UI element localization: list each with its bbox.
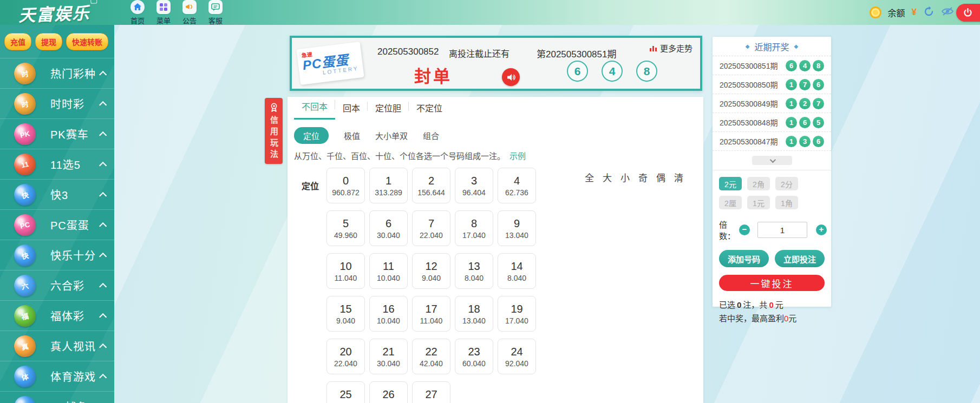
hide-balance-eye-icon[interactable] (941, 6, 954, 18)
money-unit-chip[interactable]: 1元 (747, 196, 770, 209)
money-unit-chip[interactable]: 2元 (719, 177, 742, 190)
refresh-balance-icon[interactable] (923, 6, 935, 19)
sidebar-menu-item[interactable]: 真 真人视讯 (0, 331, 114, 361)
number-cell[interactable]: 16 10.040 (369, 296, 408, 332)
expand-draws-button[interactable] (752, 156, 792, 165)
sidebar-menu-item[interactable]: PK PK赛车 (0, 118, 114, 149)
draw-balls: 1 3 6 (786, 136, 824, 147)
number-cell[interactable]: 26 (369, 381, 408, 403)
sidebar-action-button[interactable]: 快速转账 (66, 33, 108, 50)
number-cell[interactable]: 12 9.040 (412, 253, 450, 289)
number-cell[interactable]: 13 8.040 (455, 253, 493, 289)
number-cell[interactable]: 2 156.644 (412, 168, 450, 203)
number-cell[interactable]: 18 13.040 (455, 296, 493, 332)
money-unit-chip[interactable]: 2厘 (719, 196, 742, 209)
play-mode-tab[interactable]: 不回本 (294, 100, 335, 120)
play-mode-tab[interactable]: 回本 (335, 101, 368, 120)
nav-support[interactable]: 客服 (204, 0, 227, 25)
multiplier-plus-button[interactable]: + (816, 224, 827, 235)
play-mode-tab[interactable]: 不定位 (409, 101, 450, 120)
number-cell[interactable]: 25 (326, 381, 365, 403)
number-cell[interactable]: 10 11.040 (326, 253, 365, 289)
number-cell[interactable]: 24 92.040 (498, 339, 536, 374)
number-cell[interactable]: 9 13.040 (498, 210, 536, 246)
bet-now-button[interactable]: 立即投注 (775, 250, 825, 267)
number-odds: 22.040 (334, 360, 357, 367)
number-value: 20 (339, 346, 351, 357)
betting-panel: 不回本 回本 定位胆 不定位 定位 极值 大小单双 组合 从万位、千位、百位、十… (288, 97, 703, 403)
number-cell[interactable]: 1 313.289 (369, 168, 408, 203)
chevron-up-icon (99, 283, 107, 290)
play-type-subtab[interactable]: 组合 (423, 127, 439, 144)
sidebar-menu-item[interactable]: 2D 2D捕鱼 (0, 391, 114, 403)
nav-announcement[interactable]: 公告 (178, 0, 201, 25)
number-cell[interactable]: 11 10.040 (369, 253, 408, 289)
quick-select-item[interactable]: 大 (603, 170, 612, 184)
more-trends-link[interactable]: 更多走势 (649, 42, 692, 54)
number-cell[interactable]: 21 30.040 (369, 339, 408, 374)
selected-count: 0 (737, 300, 741, 309)
sidebar-menu-item[interactable]: 快 快3 (0, 179, 114, 209)
example-link[interactable]: 示例 (509, 151, 526, 161)
quick-select-item[interactable]: 小 (620, 170, 630, 184)
selected-summary-line: 已选0注，共0元 (719, 298, 825, 312)
number-odds: 17.040 (505, 317, 528, 325)
nav-menu[interactable]: 菜单 (152, 0, 175, 25)
quick-select-item[interactable]: 奇 (638, 170, 648, 184)
number-cell[interactable]: 0 960.872 (326, 168, 365, 203)
number-cell[interactable]: 8 17.040 (455, 210, 493, 246)
number-cell[interactable]: 27 (412, 381, 450, 403)
lottery-ball-icon: PK (12, 121, 37, 147)
home-icon (130, 0, 145, 14)
logout-power-button[interactable] (956, 4, 980, 22)
multiplier-minus-button[interactable]: − (739, 224, 750, 235)
sidebar-menu-item[interactable]: 六 六合彩 (0, 270, 114, 300)
number-cell[interactable]: 7 22.040 (412, 210, 450, 246)
sidebar-action-button[interactable]: 提现 (35, 33, 62, 50)
number-odds: 96.404 (462, 189, 486, 196)
number-cell[interactable]: 15 9.040 (326, 296, 365, 332)
number-cell[interactable]: 6 30.040 (369, 210, 408, 246)
add-number-button[interactable]: 添加号码 (719, 250, 769, 267)
nav-home[interactable]: 首页 (126, 0, 149, 25)
multiplier-input[interactable] (757, 222, 807, 238)
sidebar-item-label: 福体彩 (50, 308, 99, 323)
sidebar-menu-item[interactable]: 快 快乐十分 (0, 240, 114, 270)
play-type-subtab[interactable]: 定位 (294, 127, 329, 144)
one-click-bet-button[interactable]: 一键投注 (719, 275, 825, 291)
number-odds: 313.289 (375, 189, 402, 196)
result-numbers: 648 (567, 61, 657, 82)
play-type-subtab[interactable]: 极值 (344, 127, 360, 144)
number-cell[interactable]: 3 96.404 (455, 168, 493, 203)
play-type-subtab[interactable]: 大小单双 (375, 127, 408, 144)
sound-toggle-button[interactable] (502, 68, 520, 86)
number-cell[interactable]: 14 8.040 (498, 253, 536, 289)
money-unit-chip[interactable]: 2角 (747, 177, 770, 190)
number-cell[interactable]: 19 17.040 (498, 296, 536, 332)
sidebar-action-button[interactable]: 充值 (4, 33, 31, 50)
number-cell[interactable]: 22 42.040 (412, 339, 450, 374)
money-unit-chip[interactable]: 2分 (775, 177, 798, 190)
quick-select-item[interactable]: 全 (585, 170, 594, 184)
sidebar-menu-item[interactable]: PC PC蛋蛋 (0, 209, 114, 240)
top-nav: 首页 菜单 公告 (126, 0, 227, 25)
quick-select-item[interactable]: 清 (674, 170, 683, 184)
sidebar-menu-item[interactable]: 体 体育游戏 (0, 361, 114, 391)
number-cell[interactable]: 23 60.040 (455, 339, 493, 374)
sidebar-menu-item[interactable]: 11 11选5 (0, 149, 114, 179)
result-number-circle: 8 (636, 61, 657, 82)
number-cell[interactable]: 5 49.960 (326, 210, 365, 246)
number-cell[interactable]: 20 22.040 (326, 339, 365, 374)
credit-play-tab[interactable]: 信用玩法 (265, 98, 283, 164)
money-unit-chip[interactable]: 1角 (775, 196, 798, 209)
number-value: 9 (514, 218, 520, 229)
sidebar-menu-item[interactable]: 时 时时彩 (0, 88, 114, 118)
sidebar-menu-item[interactable]: 福 福体彩 (0, 300, 114, 331)
number-cell[interactable]: 17 11.040 (412, 296, 450, 332)
quick-select-item[interactable]: 偶 (656, 170, 665, 184)
chevron-up-icon (99, 131, 107, 139)
draw-balls: 1 6 5 (786, 117, 824, 128)
play-mode-tab[interactable]: 定位胆 (368, 101, 409, 120)
sidebar-menu-item[interactable]: 时 热门彩种 (0, 58, 114, 88)
number-cell[interactable]: 4 62.736 (498, 168, 536, 203)
